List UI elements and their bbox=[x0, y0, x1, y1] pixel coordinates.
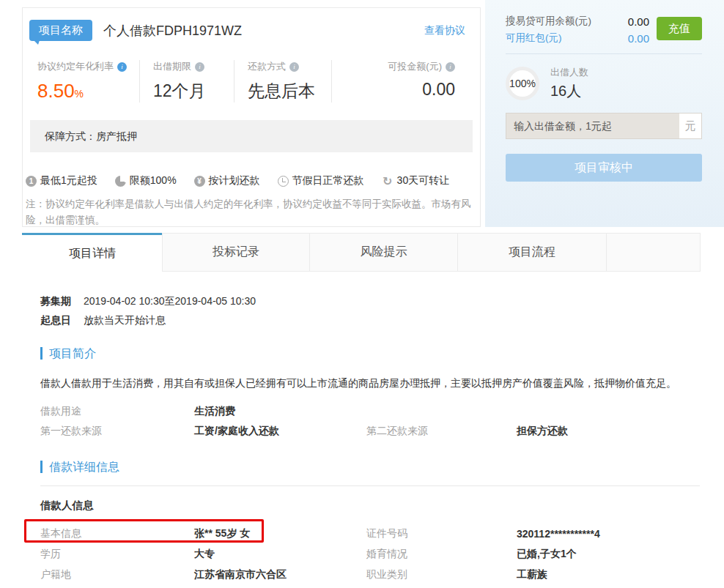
invest-panel: 搜易贷可用余额(元) 0.00 可用红包(元) 0.00 充值 100% 出借人… bbox=[485, 0, 724, 227]
investable-amount-value: 0.00 bbox=[339, 80, 455, 100]
rate-value: 8.50 bbox=[37, 80, 75, 102]
rate-suffix: % bbox=[75, 88, 84, 100]
balance-label: 搜易贷可用余额(元) bbox=[506, 15, 591, 28]
raise-period-label: 募集期 bbox=[40, 294, 71, 308]
guarantee-bar: 保障方式：房产抵押 bbox=[30, 120, 473, 152]
tab-filler bbox=[606, 233, 701, 272]
borrower-info-table: 基本信息 张** 55岁 女 证件号码 320112***********4 学… bbox=[40, 524, 700, 588]
row-label: 证件号码 bbox=[366, 527, 517, 540]
feature-list: 1 最低1元起投 限额100% ¥ 按计划还款 节假日正常还款 ↻ 30天可转让 bbox=[26, 174, 473, 187]
amount-input-wrap: 元 bbox=[506, 113, 702, 139]
row-label: 婚育情况 bbox=[366, 548, 517, 561]
repay-method-value: 先息后本 bbox=[248, 80, 330, 103]
redpacket-link[interactable]: 可用红包(元) bbox=[506, 31, 562, 45]
tab-risk-notice[interactable]: 风险提示 bbox=[309, 233, 458, 272]
interest-start-value: 放款当天开始计息 bbox=[84, 313, 166, 327]
table-row: 户籍地 江苏省南京市六合区 职业类别 工薪族 bbox=[40, 565, 700, 585]
feature-label: 最低1元起投 bbox=[40, 174, 97, 187]
project-review-button[interactable]: 项目审核中 bbox=[506, 154, 702, 182]
row-label: 基本信息 bbox=[40, 527, 194, 540]
table-row: 基本信息 张** 55岁 女 证件号码 320112***********4 bbox=[40, 524, 700, 544]
feature-label: 限额100% bbox=[130, 174, 177, 187]
intro-text: 借款人借款用于生活消费，用其自有或担保人已经拥有可以上市流通的商品房屋办理抵押，… bbox=[40, 375, 700, 392]
balance-value: 0.00 bbox=[628, 15, 649, 28]
redpacket-value: 0.00 bbox=[628, 32, 649, 45]
panel-divider bbox=[506, 53, 702, 54]
lenders-label: 出借人数 bbox=[550, 66, 588, 79]
stat-label: 协议约定年化利率 bbox=[37, 60, 114, 73]
view-agreement-link[interactable]: 查看协议 bbox=[424, 24, 465, 37]
purpose-value: 生活消费 bbox=[194, 401, 366, 421]
one-circle-icon: 1 bbox=[26, 176, 37, 187]
row-label: 户籍地 bbox=[40, 568, 194, 581]
section-title-intro: 项目简介 bbox=[40, 347, 700, 360]
raise-period-row: 募集期 2019-04-02 10:30至2019-04-05 10:30 bbox=[40, 294, 700, 308]
stat-label: 出借期限 bbox=[153, 60, 191, 73]
balance-row: 搜易贷可用余额(元) 0.00 bbox=[506, 15, 649, 28]
row-value: 张** 55岁 女 bbox=[194, 527, 366, 540]
raise-period-value: 2019-04-02 10:30至2019-04-05 10:30 bbox=[84, 294, 256, 308]
stat-investable-amount: 可投金额(元) i 0.00 bbox=[332, 60, 473, 103]
interest-start-row: 起息日 放款当天开始计息 bbox=[40, 313, 700, 327]
stat-label: 可投金额(元) bbox=[388, 60, 442, 73]
info-icon[interactable]: i bbox=[117, 62, 127, 72]
risk-note: 注：协议约定年化利率是借款人与出借人约定的年化利率，协议约定收益不等同于实际收益… bbox=[26, 196, 471, 228]
yuan-circle-icon: ¥ bbox=[194, 176, 205, 187]
redpacket-row: 可用红包(元) 0.00 bbox=[506, 31, 649, 45]
clock-icon bbox=[278, 176, 289, 187]
project-detail-content: 募集期 2019-04-02 10:30至2019-04-05 10:30 起息… bbox=[40, 294, 700, 588]
progress-circle: 100% bbox=[506, 67, 539, 100]
project-header: 项目名称 个人借款FDPH1971WZ 查看协议 bbox=[23, 8, 480, 41]
source1-label: 第一还款来源 bbox=[40, 421, 194, 441]
source1-value: 工资/家庭收入还款 bbox=[194, 421, 366, 441]
row-label: 学历 bbox=[40, 548, 194, 561]
purpose-label: 借款用途 bbox=[40, 401, 194, 421]
row-value: 江苏省南京市六合区 bbox=[194, 568, 366, 581]
lenders-block: 出借人数 16人 bbox=[550, 66, 588, 101]
project-title: 个人借款FDPH1971WZ bbox=[103, 22, 242, 40]
info-icon[interactable]: i bbox=[195, 62, 204, 72]
project-page: 项目名称 个人借款FDPH1971WZ 查看协议 协议约定年化利率 i 8.50… bbox=[0, 0, 724, 588]
feature-quota: 限额100% bbox=[115, 174, 177, 187]
stat-term: 出借期限 i 12个月 bbox=[140, 60, 234, 103]
term-value: 12个月 bbox=[153, 80, 232, 103]
feature-transfer: ↻ 30天可转让 bbox=[382, 174, 450, 187]
stat-repay-method: 还款方式 i 先息后本 bbox=[234, 60, 332, 103]
feature-min-invest: 1 最低1元起投 bbox=[26, 174, 97, 187]
progress-row: 100% 出借人数 16人 bbox=[506, 66, 702, 101]
repay-sources-row: 第一还款来源 工资/家庭收入还款 第二还款来源 担保方还款 bbox=[40, 421, 700, 441]
tab-bid-records[interactable]: 投标记录 bbox=[162, 233, 310, 272]
interest-start-label: 起息日 bbox=[40, 313, 71, 327]
purpose-row: 借款用途 生活消费 bbox=[40, 401, 700, 421]
borrower-info-title: 借款人信息 bbox=[40, 499, 700, 513]
tab-project-detail[interactable]: 项目详情 bbox=[22, 233, 163, 272]
feature-label: 30天可转让 bbox=[397, 174, 450, 187]
recharge-button[interactable]: 充值 bbox=[657, 17, 702, 40]
amount-input[interactable] bbox=[506, 113, 679, 138]
feature-label: 按计划还款 bbox=[209, 174, 260, 187]
feature-holiday-repay: 节假日正常还款 bbox=[278, 174, 364, 187]
section-divider bbox=[40, 485, 700, 486]
row-value: 大专 bbox=[194, 548, 366, 561]
detail-tabs: 项目详情 投标记录 风险提示 项目流程 bbox=[22, 233, 701, 272]
row-value: 工薪族 bbox=[517, 568, 700, 581]
source2-label: 第二还款来源 bbox=[366, 421, 517, 441]
section-title-loan-detail: 借款详细信息 bbox=[40, 461, 700, 473]
project-name-badge: 项目名称 bbox=[29, 20, 92, 41]
project-summary-card: 项目名称 个人借款FDPH1971WZ 查看协议 协议约定年化利率 i 8.50… bbox=[22, 7, 481, 227]
project-stats: 协议约定年化利率 i 8.50% 出借期限 i 12个月 还款方式 i bbox=[23, 60, 480, 103]
pie-quota-icon bbox=[115, 176, 126, 187]
stat-annual-rate: 协议约定年化利率 i 8.50% bbox=[30, 60, 140, 103]
table-row: 学历 大专 婚育情况 已婚,子女1个 bbox=[40, 544, 700, 565]
tab-project-flow[interactable]: 项目流程 bbox=[457, 233, 607, 272]
feature-repay-plan: ¥ 按计划还款 bbox=[194, 174, 260, 187]
row-value: 已婚,子女1个 bbox=[517, 548, 700, 561]
row-value: 320112***********4 bbox=[517, 528, 700, 540]
row-label: 职业类别 bbox=[366, 568, 517, 581]
info-icon[interactable]: i bbox=[446, 62, 455, 72]
info-icon[interactable]: i bbox=[289, 62, 299, 72]
amount-unit: 元 bbox=[679, 113, 701, 138]
feature-label: 节假日正常还款 bbox=[292, 174, 364, 187]
source2-value: 担保方还款 bbox=[517, 421, 700, 441]
stat-label: 还款方式 bbox=[248, 60, 286, 73]
